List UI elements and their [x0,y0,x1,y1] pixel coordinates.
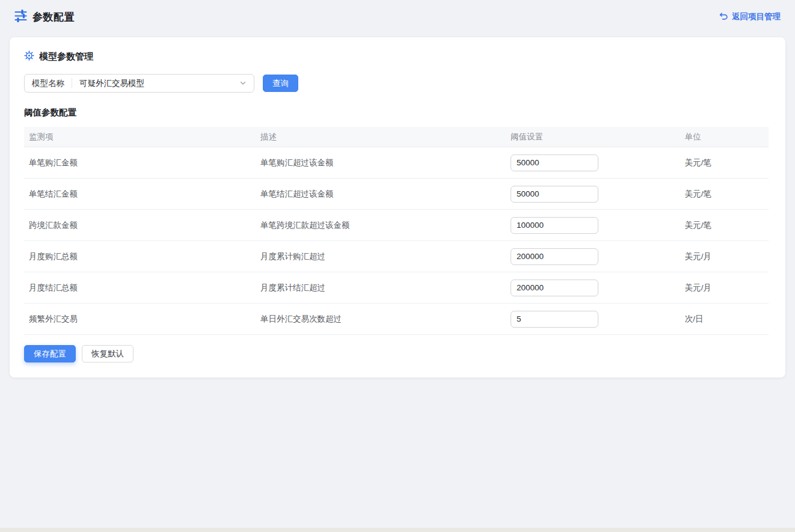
item-description: 单笔结汇超过该金额 [256,189,506,200]
back-link-label: 返回项目管理 [732,11,781,22]
table-row: 月度结汇总额 月度累计结汇超过 美元/月 [24,272,769,304]
table-row: 月度购汇总额 月度累计购汇超过 美元/月 [24,241,769,272]
column-header-desc: 描述 [256,132,506,142]
card-title: 模型参数管理 [39,51,93,63]
threshold-cell [506,280,680,296]
item-description: 单日外汇交易次数超过 [256,314,506,325]
table-row: 跨境汇款金额 单笔跨境汇款超过该金额 美元/笔 [24,210,769,241]
threshold-cell [506,186,680,203]
table-body: 单笔购汇金额 单笔购汇超过该金额 美元/笔 单笔结汇金额 单笔结汇超过该金额 美… [24,147,769,335]
column-header-threshold: 阈值设置 [506,132,680,142]
model-name-select[interactable]: 模型名称 可疑外汇交易模型 [24,74,254,93]
unit-label: 次/日 [680,314,769,325]
topbar-title-group: 参数配置 [14,10,75,25]
unit-label: 美元/月 [680,283,769,293]
monitor-item-label: 频繁外汇交易 [24,314,256,325]
table-row: 频繁外汇交易 单日外汇交易次数超过 次/日 [24,304,769,335]
model-param-card: 模型参数管理 模型名称 可疑外汇交易模型 查询 阈值参数配置 监测项 描述 阈值… [10,37,785,378]
unit-label: 美元/笔 [680,220,769,231]
sliders-icon [14,10,27,25]
threshold-input[interactable] [511,186,598,203]
item-description: 单笔购汇超过该金额 [256,157,506,168]
topbar: 参数配置 返回项目管理 [0,0,795,34]
back-to-project-link[interactable]: 返回项目管理 [719,11,781,22]
page-title: 参数配置 [32,10,75,24]
threshold-cell [506,217,680,234]
threshold-input[interactable] [511,217,598,234]
filter-row: 模型名称 可疑外汇交易模型 查询 [24,74,771,93]
table-row: 单笔购汇金额 单笔购汇超过该金额 美元/笔 [24,147,769,179]
unit-label: 美元/笔 [680,189,769,200]
monitor-item-label: 单笔购汇金额 [24,157,256,168]
window-bottom-edge [0,528,795,532]
table-header-row: 监测项 描述 阈值设置 单位 [24,127,769,147]
monitor-item-label: 单笔结汇金额 [24,189,256,200]
section-title: 阈值参数配置 [24,107,771,118]
threshold-input[interactable] [511,280,598,296]
threshold-table: 监测项 描述 阈值设置 单位 单笔购汇金额 单笔购汇超过该金额 美元/笔 单笔结… [24,127,769,335]
threshold-input[interactable] [511,248,598,265]
gear-icon [24,50,34,63]
item-description: 月度累计购汇超过 [256,251,506,262]
unit-label: 美元/月 [680,251,769,262]
column-header-unit: 单位 [680,132,769,142]
undo-arrow-icon [719,11,728,22]
monitor-item-label: 月度购汇总额 [24,251,256,262]
item-description: 单笔跨境汇款超过该金额 [256,220,506,231]
threshold-cell [506,248,680,265]
threshold-cell [506,154,680,171]
chevron-down-icon [239,78,247,89]
column-header-item: 监测项 [24,132,256,142]
card-title-row: 模型参数管理 [24,50,771,63]
actions-row: 保存配置 恢复默认 [24,345,771,362]
query-button[interactable]: 查询 [263,75,298,92]
threshold-input[interactable] [511,311,598,328]
threshold-cell [506,311,680,328]
table-row: 单笔结汇金额 单笔结汇超过该金额 美元/笔 [24,179,769,210]
restore-default-button[interactable]: 恢复默认 [82,345,134,362]
monitor-item-label: 月度结汇总额 [24,283,256,293]
parameter-config-page: 参数配置 返回项目管理 [0,0,795,532]
item-description: 月度累计结汇超过 [256,283,506,293]
select-value: 可疑外汇交易模型 [72,78,239,89]
threshold-input[interactable] [511,154,598,171]
unit-label: 美元/笔 [680,157,769,168]
save-config-button[interactable]: 保存配置 [24,345,76,362]
monitor-item-label: 跨境汇款金额 [24,220,256,231]
select-label: 模型名称 [25,78,72,89]
